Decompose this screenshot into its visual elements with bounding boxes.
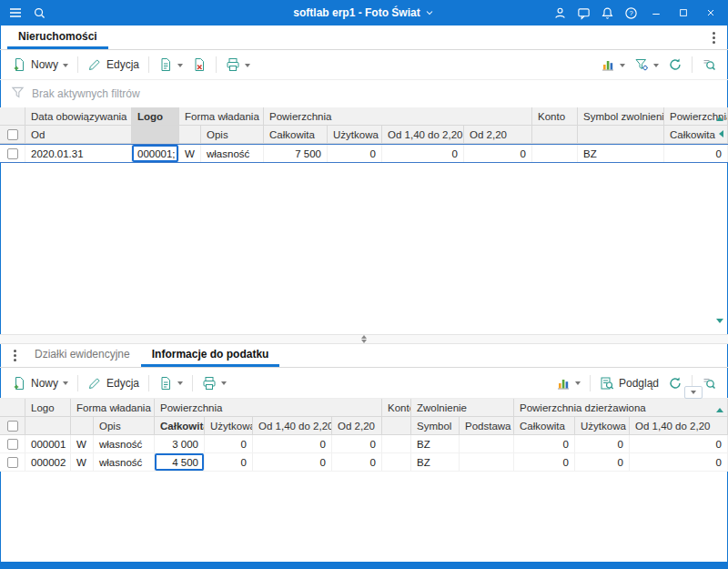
cell-konto[interactable] xyxy=(382,435,411,452)
col-header-data-obowiazywania[interactable]: Data obowiązywania xyxy=(25,107,132,126)
cell-uzytkowa[interactable]: 0 xyxy=(328,145,382,162)
cell-od220[interactable]: 0 xyxy=(332,453,382,471)
notifications-icon[interactable] xyxy=(595,0,619,25)
collapse-panel-button[interactable] xyxy=(684,386,703,399)
cell-od140-dz[interactable]: 0 xyxy=(630,435,728,452)
edit-button-bottom[interactable]: Edycja xyxy=(83,372,144,394)
col-header-opis[interactable]: Opis xyxy=(94,417,155,435)
document-actions-button[interactable] xyxy=(154,54,187,76)
col-header-konto[interactable]: Konto xyxy=(382,399,411,417)
select-all-checkbox[interactable] xyxy=(7,421,18,432)
col-header-forma-wladania[interactable]: Forma władania xyxy=(179,107,264,126)
cell-calkowita-focused[interactable]: 4 500 xyxy=(155,453,205,471)
cell-od220[interactable]: 0 xyxy=(332,435,382,452)
cell-logo[interactable]: 000001 xyxy=(25,435,71,452)
col-header-powierzchnia-dzierzawiona[interactable]: Powierzchnia dzierżawiona xyxy=(514,399,728,417)
select-all-checkbox[interactable] xyxy=(7,129,18,140)
cell-konto[interactable] xyxy=(382,453,411,471)
cell-uzytkowa[interactable]: 0 xyxy=(205,453,253,471)
cell-symbol[interactable]: BZ xyxy=(411,435,460,452)
chart-button[interactable] xyxy=(596,54,630,76)
cell-od220[interactable]: 0 xyxy=(464,145,532,162)
help-icon[interactable]: ? xyxy=(619,0,642,25)
filter-settings-button[interactable] xyxy=(630,54,663,76)
col-header-logo[interactable]: Logo xyxy=(25,399,71,417)
search-button[interactable] xyxy=(697,54,721,76)
row-checkbox[interactable] xyxy=(7,439,18,450)
col-header-od[interactable]: Od xyxy=(25,126,132,144)
scroll-left-icon[interactable] xyxy=(715,130,723,137)
cell-calkowita-dz[interactable]: 0 xyxy=(514,435,575,452)
col-header-zwolnienie[interactable]: Zwolnienie xyxy=(411,399,514,417)
cell-opis[interactable]: własność xyxy=(201,145,264,162)
col-header-uzytkowa[interactable]: Użytkowa xyxy=(328,126,382,144)
col-header-symbol-zwolnienia[interactable]: Symbol zwolnienia xyxy=(578,107,664,126)
scroll-up-icon[interactable] xyxy=(716,404,723,412)
panel-splitter[interactable] xyxy=(0,334,728,344)
cell-data-od[interactable]: 2020.01.31 xyxy=(25,145,132,162)
cell-calkowita[interactable]: 3 000 xyxy=(155,435,205,452)
col-header-konto[interactable]: Konto xyxy=(532,107,578,126)
table-row[interactable]: 2020.01.31 000001; 0 W własność 7 500 0 … xyxy=(0,144,728,163)
col-header-logo[interactable]: Logo xyxy=(132,107,179,126)
col-header-forma-wladania[interactable]: Forma władania xyxy=(71,399,155,417)
menu-icon[interactable] xyxy=(4,0,27,25)
tab-informacje-do-podatku[interactable]: Informacje do podatku xyxy=(141,344,280,367)
col-header-powierzchnia[interactable]: Powierzchnia xyxy=(264,107,532,126)
cell-calkowita-2[interactable]: 0 xyxy=(664,145,728,162)
chart-button-bottom[interactable] xyxy=(551,372,585,394)
cell-podstawa[interactable] xyxy=(460,453,514,471)
cell-symbol[interactable]: BZ xyxy=(411,453,460,471)
scroll-down-icon[interactable] xyxy=(716,319,723,327)
cell-calkowita[interactable]: 7 500 xyxy=(264,145,328,162)
col-header-od140-dz[interactable]: Od 1,40 do 2,20 xyxy=(630,417,728,435)
cell-od140[interactable]: 0 xyxy=(253,435,332,452)
col-header-od220[interactable]: Od 2,20 xyxy=(464,126,532,144)
more-menu-icon[interactable] xyxy=(704,25,723,49)
chat-icon[interactable] xyxy=(571,0,595,25)
col-header-calkowita[interactable]: Całkowita xyxy=(264,126,328,144)
cell-konto[interactable] xyxy=(532,145,578,162)
cell-uzytkowa-dz[interactable]: 0 xyxy=(575,453,630,471)
cell-forma[interactable]: W xyxy=(179,145,201,162)
maximize-button[interactable] xyxy=(670,0,697,25)
user-icon[interactable] xyxy=(548,0,571,25)
panel-more-menu-icon[interactable] xyxy=(5,344,24,367)
print-button[interactable] xyxy=(221,54,255,76)
print-button-bottom[interactable] xyxy=(197,372,231,394)
col-header-od220[interactable]: Od 2,20 xyxy=(332,417,382,435)
col-header-powierzchnia[interactable]: Powierzchnia xyxy=(155,399,382,417)
minimize-button[interactable] xyxy=(642,0,670,25)
new-button-bottom[interactable]: Nowy xyxy=(7,372,73,394)
row-checkbox[interactable] xyxy=(7,457,18,468)
cell-uzytkowa[interactable]: 0 xyxy=(205,435,253,452)
title-chevron-down-icon[interactable] xyxy=(424,7,435,18)
row-checkbox[interactable] xyxy=(7,148,18,159)
cell-logo[interactable]: 000002 xyxy=(25,453,71,471)
cell-forma[interactable]: W xyxy=(71,453,94,471)
preview-button[interactable]: Podgląd xyxy=(595,372,663,394)
edit-button[interactable]: Edycja xyxy=(83,54,144,76)
col-header-podstawa[interactable]: Podstawa xyxy=(460,417,514,435)
cell-opis[interactable]: własność xyxy=(94,435,155,452)
col-header-uzytkowa[interactable]: Użytkowa xyxy=(205,417,253,435)
cell-logo-focused[interactable]: 000001; 0 xyxy=(132,145,179,162)
document-actions-button-bottom[interactable] xyxy=(154,372,187,394)
col-header-symbol[interactable]: Symbol xyxy=(411,417,460,435)
col-header-od140[interactable]: Od 1,40 do 2,20 xyxy=(253,417,332,435)
cell-od140[interactable]: 0 xyxy=(253,453,332,471)
close-button[interactable] xyxy=(697,0,724,25)
col-header-opis[interactable]: Opis xyxy=(201,126,264,144)
tab-nieruchomosci[interactable]: Nieruchomości xyxy=(7,25,108,49)
col-header-od140[interactable]: Od 1,40 do 2,20 xyxy=(382,126,464,144)
cell-od140-dz[interactable]: 0 xyxy=(630,453,728,471)
new-button[interactable]: Nowy xyxy=(7,54,73,76)
refresh-button[interactable] xyxy=(663,54,687,76)
cell-podstawa[interactable] xyxy=(460,435,514,452)
table-row[interactable]: 000001 W własność 3 000 0 0 0 BZ 0 0 0 xyxy=(0,435,728,453)
cell-forma[interactable]: W xyxy=(71,435,94,452)
tab-dzialki-ewidencyjne[interactable]: Działki ewidencyjne xyxy=(24,344,141,367)
delete-button[interactable] xyxy=(187,54,211,76)
cell-symbol[interactable]: BZ xyxy=(578,145,664,162)
cell-calkowita-dz[interactable]: 0 xyxy=(514,453,575,471)
